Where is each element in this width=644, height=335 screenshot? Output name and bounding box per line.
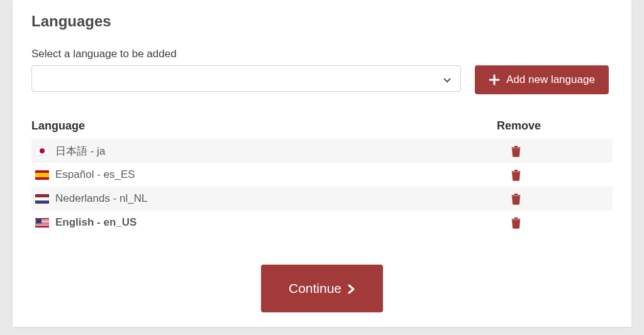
remove-button[interactable] [509,168,523,182]
language-label: English - en_US [55,216,136,229]
select-label: Select a language to be added [31,48,613,60]
trash-icon [511,193,521,205]
trash-icon [511,217,521,229]
language-select-wrap [31,65,461,94]
table-row: 日本語 - ja [31,139,613,163]
plus-icon [489,74,500,85]
language-cell: Español - es_ES [35,168,501,181]
trash-icon [511,169,521,181]
remove-cell [501,192,613,206]
remove-cell [501,144,613,158]
table-row: Español - es_ES [31,163,613,187]
select-row: Add new language [31,65,613,94]
flag-icon [35,146,49,156]
language-cell: English - en_US [35,216,501,229]
table-body: 日本語 - jaEspañol - es_ESNederlands - nl_N… [31,139,613,234]
language-cell: Nederlands - nl_NL [35,192,501,205]
col-remove: Remove [497,116,613,139]
col-language: Language [31,116,497,139]
add-language-label: Add new language [506,74,595,86]
remove-button[interactable] [509,192,523,206]
footer-row: Continue [31,265,613,312]
table-row: Nederlands - nl_NL [31,187,613,211]
flag-icon [35,194,49,204]
language-label: Nederlands - nl_NL [55,192,147,205]
languages-table: Language Remove 日本語 - jaEspañol - es_ESN… [31,116,613,234]
remove-button[interactable] [509,216,523,230]
page-title: Languages [31,13,613,30]
remove-cell [501,168,613,182]
table-row: English - en_US [31,211,613,234]
add-language-button[interactable]: Add new language [475,65,609,94]
remove-button[interactable] [509,144,523,158]
chevron-right-icon [347,283,355,294]
trash-icon [511,145,521,157]
language-label: Español - es_ES [55,168,135,181]
continue-label: Continue [289,281,341,296]
flag-icon [35,170,49,180]
language-label: 日本語 - ja [55,144,105,158]
language-select[interactable] [31,65,461,92]
continue-button[interactable]: Continue [261,265,383,312]
remove-cell [501,216,613,230]
languages-panel: Languages Select a language to be added … [13,0,631,327]
table-header: Language Remove [31,116,613,139]
flag-icon [35,218,49,228]
language-cell: 日本語 - ja [35,144,501,158]
